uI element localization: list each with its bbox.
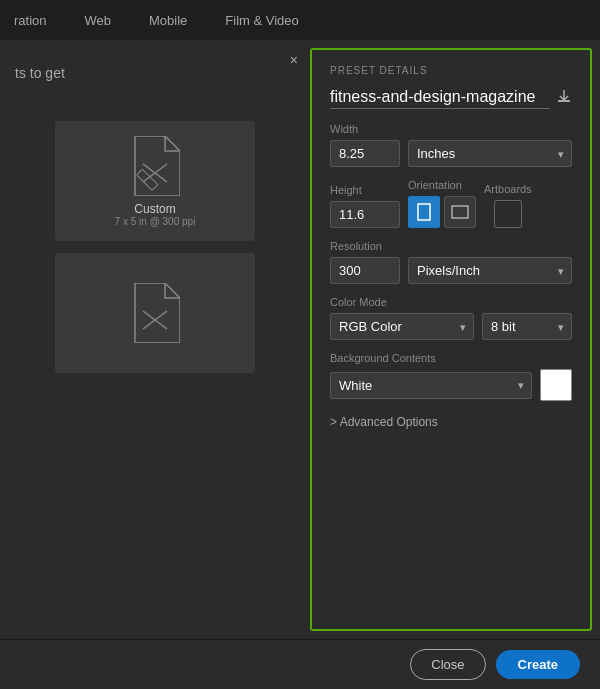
width-unit-select[interactable]: Inches Pixels Centimeters Millimeters xyxy=(408,140,572,167)
hint-text: ts to get xyxy=(15,65,295,81)
svg-rect-7 xyxy=(452,206,468,218)
artboards-group: Artboards xyxy=(484,183,532,228)
left-panel: × ts to get Custom 7 x 5 in @ 300 ppi xyxy=(0,40,310,639)
height-input[interactable] xyxy=(330,201,400,228)
orientation-buttons xyxy=(408,196,476,228)
create-button[interactable]: Create xyxy=(496,650,580,679)
nav-item-web[interactable]: Web xyxy=(81,5,116,36)
bottom-bar: Close Create xyxy=(0,639,600,689)
nav-item-film-video[interactable]: Film & Video xyxy=(221,5,302,36)
svg-rect-5 xyxy=(558,100,570,102)
bit-depth-wrap: 8 bit 16 bit 32 bit xyxy=(482,313,572,340)
preset-card-2[interactable] xyxy=(55,253,255,373)
height-label: Height xyxy=(330,184,400,196)
color-mode-label: Color Mode xyxy=(330,296,572,308)
bg-contents-label: Background Contents xyxy=(330,352,572,364)
card-area: Custom 7 x 5 in @ 300 ppi xyxy=(15,121,295,373)
color-mode-row: RGB Color CMYK Color Grayscale Lab Color… xyxy=(330,313,572,340)
top-nav: ration Web Mobile Film & Video xyxy=(0,0,600,40)
landscape-button[interactable] xyxy=(444,196,476,228)
orientation-label: Orientation xyxy=(408,179,476,191)
color-swatch[interactable] xyxy=(540,369,572,401)
width-unit-wrap: Inches Pixels Centimeters Millimeters xyxy=(408,140,572,167)
bg-contents-select[interactable]: White Black Background Color Transparent… xyxy=(330,372,532,399)
nav-item-illustration[interactable]: ration xyxy=(10,5,51,36)
width-label: Width xyxy=(330,123,572,135)
advanced-options[interactable]: > Advanced Options xyxy=(330,415,572,429)
document-icon xyxy=(130,136,180,196)
resolution-input[interactable] xyxy=(330,257,400,284)
width-input[interactable] xyxy=(330,140,400,167)
resolution-unit-wrap: Pixels/Inch Pixels/Centimeter xyxy=(408,257,572,284)
bg-contents-row: White Black Background Color Transparent… xyxy=(330,369,572,401)
preset-details-panel: PRESET DETAILS Width Inches Pixels Centi… xyxy=(310,48,592,631)
close-button[interactable]: Close xyxy=(410,649,485,680)
preset-card-custom[interactable]: Custom 7 x 5 in @ 300 ppi xyxy=(55,121,255,241)
artboards-checkbox[interactable] xyxy=(494,200,522,228)
height-orientation-row: Height Orientation xyxy=(330,179,572,228)
portrait-button[interactable] xyxy=(408,196,440,228)
artboards-label: Artboards xyxy=(484,183,532,195)
width-row: Inches Pixels Centimeters Millimeters xyxy=(330,140,572,167)
preset-name-input[interactable] xyxy=(330,86,550,109)
color-mode-wrap: RGB Color CMYK Color Grayscale Lab Color… xyxy=(330,313,474,340)
save-preset-icon[interactable] xyxy=(556,88,572,107)
card-sublabel-custom: 7 x 5 in @ 300 ppi xyxy=(115,216,196,227)
main-area: × ts to get Custom 7 x 5 in @ 300 ppi xyxy=(0,40,600,639)
preset-name-row xyxy=(330,86,572,109)
card-label-custom: Custom xyxy=(134,202,175,216)
nav-item-mobile[interactable]: Mobile xyxy=(145,5,191,36)
color-mode-select[interactable]: RGB Color CMYK Color Grayscale Lab Color… xyxy=(330,313,474,340)
resolution-label: Resolution xyxy=(330,240,572,252)
resolution-unit-select[interactable]: Pixels/Inch Pixels/Centimeter xyxy=(408,257,572,284)
bit-depth-select[interactable]: 8 bit 16 bit 32 bit xyxy=(482,313,572,340)
svg-rect-6 xyxy=(418,204,430,220)
bg-contents-wrap: White Black Background Color Transparent… xyxy=(330,372,532,399)
close-icon[interactable]: × xyxy=(290,52,298,68)
resolution-row: Pixels/Inch Pixels/Centimeter xyxy=(330,257,572,284)
panel-title: PRESET DETAILS xyxy=(330,65,572,76)
document-icon-2 xyxy=(130,283,180,343)
